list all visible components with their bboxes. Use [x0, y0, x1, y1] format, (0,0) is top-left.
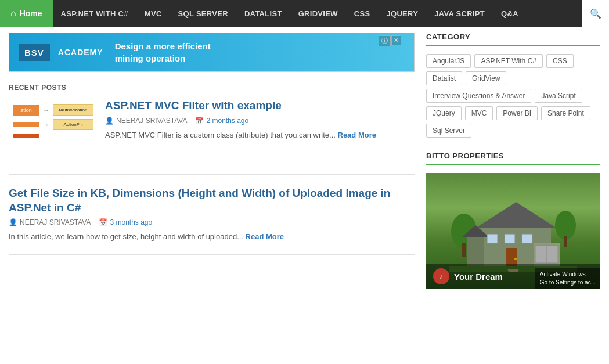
recent-posts-label: RECENT POSTS: [9, 84, 415, 92]
nav-javascript[interactable]: JAVA SCRIPT: [426, 0, 493, 27]
author-name: NEERAJ SRIVASTAVA: [116, 117, 187, 125]
nav-links: ASP.NET With C# MVC SQL SERVER DATALIST …: [53, 0, 582, 27]
ad-info-icon[interactable]: ⓘ: [379, 35, 391, 46]
calendar-icon: 📅: [195, 117, 204, 125]
ad-banner: BSV ACADEMY Design a more efficient mini…: [9, 33, 415, 72]
thumb-box-orange-2: [13, 122, 39, 127]
nav-aspnet[interactable]: ASP.NET With C#: [53, 0, 136, 27]
calendar-icon-2: 📅: [99, 218, 107, 226]
nav-gridview[interactable]: GRIDVIEW: [290, 0, 346, 27]
post-author-2: 👤 NEERAJ SRIVASTAVA: [9, 218, 91, 226]
ad-close-button[interactable]: ✕: [391, 35, 401, 45]
search-icon: 🔍: [590, 8, 601, 19]
tag-cloud: AngularJS ASP.NET With C# CSS Datalist G…: [426, 54, 600, 138]
thumb-box-orange-3: [13, 134, 39, 138]
post-meta: 👤 NEERAJ SRIVASTAVA 📅 2 months ago: [105, 117, 415, 125]
thumb-row-2: → ActionFilt: [13, 119, 91, 130]
nav-css[interactable]: CSS: [346, 0, 379, 27]
category-section: CATEGORY AngularJS ASP.NET With C# CSS D…: [426, 33, 600, 138]
tag-interview[interactable]: Interview Questions & Answer: [426, 89, 531, 103]
bitto-section: BITTO PROPERTIES: [426, 152, 600, 289]
post-body: ASP.NET MVC Filter with example 👤 NEERAJ…: [105, 99, 415, 163]
ad-text: Design a more efficient mining operation: [115, 40, 211, 64]
svg-rect-15: [564, 236, 567, 247]
post-date: 📅 2 months ago: [195, 117, 248, 125]
category-title: CATEGORY: [426, 33, 600, 46]
post-author: 👤 NEERAJ SRIVASTAVA: [105, 117, 187, 125]
nav-sqlserver[interactable]: SQL SERVER: [170, 0, 236, 27]
tag-gridview[interactable]: GridView: [466, 71, 506, 85]
activate-windows-watermark: Activate WindowsGo to Settings to ac...: [535, 268, 600, 289]
main-content: BSV ACADEMY Design a more efficient mini…: [9, 33, 415, 303]
tag-css[interactable]: CSS: [546, 54, 574, 68]
svg-rect-1: [462, 243, 466, 257]
tag-angularjs[interactable]: AngularJS: [426, 54, 471, 68]
tag-javascript[interactable]: Java Script: [535, 89, 582, 103]
thumb-diagram: ation → IAuthorization → ActionFilt: [9, 99, 96, 163]
sidebar: CATEGORY AngularJS ASP.NET With C# CSS D…: [426, 33, 600, 303]
ad-academy: ACADEMY: [58, 48, 103, 57]
post-title[interactable]: ASP.NET MVC Filter with example: [105, 99, 415, 113]
excerpt-text: ASP.NET MVC Filter is a custom class (at…: [105, 131, 336, 139]
home-nav-item[interactable]: ⌂ Home: [0, 0, 53, 27]
post-date-2: 📅 3 months ago: [99, 218, 152, 226]
svg-marker-3: [475, 202, 557, 228]
main-nav: ⌂ Home ASP.NET With C# MVC SQL SERVER DA…: [0, 0, 609, 27]
tag-sqlserver[interactable]: Sql Server: [426, 124, 471, 138]
page-wrapper: BSV ACADEMY Design a more efficient mini…: [0, 27, 609, 309]
tag-powerbi[interactable]: Power BI: [496, 106, 538, 120]
svg-point-14: [555, 211, 576, 240]
bitto-title: BITTO PROPERTIES: [426, 152, 600, 165]
read-more-link[interactable]: Read More: [338, 131, 376, 139]
author-icon-2: 👤: [9, 218, 17, 226]
tag-aspnet[interactable]: ASP.NET With C#: [474, 54, 543, 68]
svg-rect-9: [487, 234, 498, 243]
post-date-link[interactable]: 2 months ago: [206, 117, 248, 125]
property-tagline: Your Dream: [454, 272, 503, 282]
excerpt-text-2: In this article, we learn how to get siz…: [9, 232, 243, 241]
author-icon: 👤: [105, 117, 114, 125]
search-button[interactable]: 🔍: [582, 0, 609, 27]
thumb-arrow-2: →: [42, 121, 49, 129]
ad-line2: mining operation: [115, 52, 211, 64]
post-item: ation → IAuthorization → ActionFilt ASP.: [9, 99, 415, 175]
thumb-row-1: ation → IAuthorization: [13, 104, 91, 116]
nav-mvc[interactable]: MVC: [136, 0, 170, 27]
post-excerpt-2: In this article, we learn how to get siz…: [9, 231, 415, 243]
tag-jquery[interactable]: JQuery: [426, 106, 462, 120]
tag-datalist[interactable]: Datalist: [426, 71, 462, 85]
thumb-row-3: [13, 134, 91, 138]
thumb-box-orange-1: ation: [13, 105, 39, 116]
property-logo: ♪: [433, 268, 449, 284]
post-item-2: Get File Size in KB, Dimensions (Height …: [9, 186, 415, 255]
read-more-link-2[interactable]: Read More: [246, 232, 284, 241]
thumb-box-yellow-1: IAuthorization: [53, 104, 93, 116]
nav-datalist[interactable]: DATALIST: [236, 0, 290, 27]
post-excerpt: ASP.NET MVC Filter is a custom class (at…: [105, 129, 415, 141]
tag-sharepoint[interactable]: Share Point: [541, 106, 590, 120]
svg-rect-11: [522, 234, 532, 243]
thumb-box-yellow-2: ActionFilt: [53, 119, 93, 130]
tag-mvc[interactable]: MVC: [465, 106, 493, 120]
author-name-2: NEERAJ SRIVASTAVA: [20, 218, 91, 226]
home-icon: ⌂: [10, 8, 16, 19]
thumb-arrow-1: →: [42, 106, 49, 114]
ad-bsv: BSV: [19, 44, 50, 61]
ad-line1: Design a more efficient: [115, 40, 211, 52]
home-label: Home: [20, 9, 42, 18]
nav-qa[interactable]: Q&A: [493, 0, 527, 27]
post-meta-2: 👤 NEERAJ SRIVASTAVA 📅 3 months ago: [9, 218, 415, 226]
house-illustration: [449, 190, 577, 272]
post-thumbnail: ation → IAuthorization → ActionFilt: [9, 99, 96, 163]
post-title-2[interactable]: Get File Size in KB, Dimensions (Height …: [9, 186, 415, 215]
svg-point-13: [514, 258, 517, 260]
post-date-link-2[interactable]: 3 months ago: [110, 218, 152, 226]
property-image: ♪ Your Dream Activate WindowsGo to Setti…: [426, 173, 600, 289]
nav-jquery[interactable]: JQUERY: [378, 0, 426, 27]
svg-rect-10: [505, 234, 515, 243]
